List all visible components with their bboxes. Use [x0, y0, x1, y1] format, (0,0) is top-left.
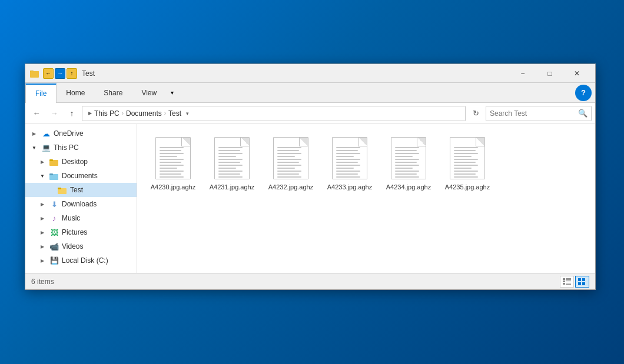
search-input[interactable]	[490, 109, 578, 118]
sidebar-item-onedrive[interactable]: ▶ ☁ OneDrive	[25, 126, 137, 141]
tab-view[interactable]: View	[132, 83, 166, 102]
sidebar-label-desktop: Desktop	[62, 158, 88, 166]
svg-rect-16	[566, 283, 571, 283]
breadcrumb-expand[interactable]: ▶	[86, 109, 94, 118]
main-area: ▶ ☁ OneDrive ▼ 💻 This PC ▶ Desktop ▼	[25, 124, 595, 273]
onedrive-icon: ☁	[41, 128, 51, 139]
expand-arrow-music: ▶	[38, 214, 47, 222]
downloads-icon: ⬇	[49, 199, 59, 209]
expand-arrow-this-pc: ▼	[30, 143, 38, 152]
file-content-area: A4230.jpg.aghz A4231.	[137, 124, 595, 273]
sidebar-label-pictures: Pictures	[62, 228, 87, 236]
file-item[interactable]: A4231.jpg.aghz	[205, 133, 258, 195]
svg-rect-8	[58, 188, 61, 189]
svg-rect-20	[578, 282, 581, 285]
sidebar-item-this-pc[interactable]: ▼ 💻 This PC	[25, 141, 137, 155]
window-controls: − □ ✕	[509, 64, 590, 83]
file-icon-1	[213, 137, 251, 181]
file-item[interactable]: A4230.jpg.aghz	[147, 133, 200, 195]
breadcrumb-sep-1: ›	[122, 110, 124, 116]
sidebar-label-videos: Videos	[62, 242, 83, 251]
music-icon: ♪	[49, 213, 59, 223]
file-name-3: A4233.jpg.aghz	[327, 183, 372, 191]
breadcrumb-bar[interactable]: ▶ This PC › Documents › Test ▾	[82, 106, 466, 121]
sidebar-item-test[interactable]: Test	[25, 183, 137, 197]
help-btn[interactable]: ?	[575, 85, 592, 101]
test-folder-icon	[57, 185, 68, 195]
svg-rect-14	[566, 282, 571, 282]
file-icon-4	[390, 137, 427, 181]
sidebar-item-desktop[interactable]: ▶ Desktop	[25, 155, 137, 169]
maximize-btn[interactable]: □	[536, 64, 563, 83]
expand-arrow-test	[47, 186, 55, 194]
sidebar-label-documents: Documents	[62, 172, 98, 180]
file-name-5: A4235.jpg.aghz	[445, 183, 490, 191]
window-icon	[30, 69, 39, 78]
breadcrumb-documents[interactable]: Documents	[126, 109, 162, 118]
qs-up-btn[interactable]: ↑	[67, 68, 77, 79]
file-item[interactable]: A4232.jpg.aghz	[264, 133, 317, 195]
sidebar-item-local-disk[interactable]: ▶ 💾 Local Disk (C:)	[25, 253, 137, 268]
minimize-btn[interactable]: −	[509, 64, 536, 83]
file-item[interactable]: A4234.jpg.aghz	[382, 133, 435, 195]
file-name-1: A4231.jpg.aghz	[210, 183, 254, 191]
sidebar-label-test: Test	[70, 186, 83, 194]
forward-btn[interactable]: →	[47, 106, 62, 121]
search-bar[interactable]: 🔍	[486, 106, 592, 121]
expand-arrow-documents: ▼	[38, 172, 47, 180]
breadcrumb-dropdown-btn[interactable]: ▾	[182, 106, 192, 121]
svg-rect-19	[582, 278, 585, 281]
sidebar-label-music: Music	[62, 214, 80, 222]
quick-access-toolbar: ← → ↑	[30, 68, 77, 79]
svg-rect-2	[30, 71, 39, 77]
file-icon-2	[272, 137, 310, 181]
qs-back-btn[interactable]: ←	[43, 68, 54, 79]
tab-share[interactable]: Share	[94, 83, 132, 102]
window-title: Test	[82, 69, 509, 78]
sidebar-item-documents[interactable]: ▼ Documents	[25, 169, 137, 183]
pictures-icon: 🖼	[49, 227, 59, 238]
sidebar-item-pictures[interactable]: ▶ 🖼 Pictures	[25, 225, 137, 239]
file-name-2: A4232.jpg.aghz	[268, 183, 313, 191]
up-btn[interactable]: ↑	[64, 106, 79, 121]
disk-icon: 💾	[49, 255, 59, 266]
ribbon-bar: File Home Share View ▾ ?	[25, 83, 595, 103]
svg-rect-4	[49, 159, 53, 161]
large-icon-view-btn[interactable]	[575, 276, 589, 288]
tab-file[interactable]: File	[25, 84, 57, 103]
explorer-window: ← → ↑ Test − □ ✕ File Home Share View ▾ …	[25, 64, 596, 290]
sidebar-item-videos[interactable]: ▶ 📹 Videos	[25, 239, 137, 253]
expand-arrow-videos: ▶	[38, 242, 47, 251]
videos-icon: 📹	[49, 241, 59, 252]
sidebar-item-music[interactable]: ▶ ♪ Music	[25, 211, 137, 225]
sidebar: ▶ ☁ OneDrive ▼ 💻 This PC ▶ Desktop ▼	[25, 124, 137, 273]
sidebar-label-this-pc: This PC	[54, 143, 79, 152]
details-view-btn[interactable]	[560, 276, 574, 288]
breadcrumb-test[interactable]: Test	[168, 109, 181, 118]
status-bar: 6 items	[25, 273, 595, 289]
svg-rect-11	[566, 279, 571, 280]
search-icon[interactable]: 🔍	[578, 109, 588, 118]
close-btn[interactable]: ✕	[563, 64, 590, 83]
sidebar-label-local-disk: Local Disk (C:)	[62, 256, 108, 265]
expand-arrow-local-disk: ▶	[38, 256, 47, 265]
sidebar-label-downloads: Downloads	[62, 200, 97, 208]
expand-arrow-onedrive: ▶	[30, 129, 38, 138]
computer-icon: 💻	[41, 142, 51, 153]
refresh-btn[interactable]: ↻	[468, 106, 483, 121]
ribbon-expand-btn[interactable]: ▾	[166, 85, 178, 101]
item-count: 6 items	[31, 278, 560, 286]
tab-home[interactable]: Home	[57, 83, 94, 102]
file-icon-5	[449, 137, 486, 181]
desktop-folder-icon	[49, 156, 59, 167]
breadcrumb-this-pc[interactable]: This PC	[94, 109, 120, 118]
back-btn[interactable]: ←	[29, 106, 44, 121]
nav-bar: ← → ↑ ▶ This PC › Documents › Test ▾ ↻ 🔍	[25, 103, 595, 124]
file-item[interactable]: A4233.jpg.aghz	[323, 133, 376, 195]
file-item[interactable]: A4235.jpg.aghz	[441, 133, 494, 195]
svg-rect-17	[566, 284, 571, 285]
sidebar-item-downloads[interactable]: ▶ ⬇ Downloads	[25, 197, 137, 211]
file-icon-3	[331, 137, 369, 181]
file-name-4: A4234.jpg.aghz	[386, 183, 431, 191]
qs-forward-btn[interactable]: →	[55, 68, 65, 79]
